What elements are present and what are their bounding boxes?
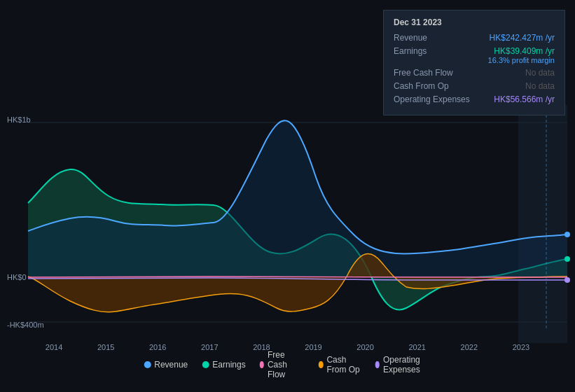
tooltip-cashop-value: No data bbox=[525, 81, 555, 91]
legend-earnings: Earnings bbox=[202, 360, 245, 370]
legend-dot-revenue bbox=[144, 361, 151, 368]
tooltip-opex-label: Operating Expenses bbox=[394, 94, 485, 104]
legend-label-opex: Operating Expenses bbox=[383, 355, 431, 374]
legend-cashop: Cash From Op bbox=[319, 355, 361, 374]
legend-dot-earnings bbox=[202, 361, 209, 368]
tooltip-earnings-row: Earnings HK$39.409m /yr 16.3% profit mar… bbox=[394, 46, 555, 64]
x-label-2015: 2015 bbox=[97, 343, 114, 351]
tooltip-opex-value: HK$56.566m /yr bbox=[494, 94, 555, 104]
tooltip-cashop-label: Cash From Op bbox=[394, 81, 485, 91]
revenue-end-dot bbox=[564, 232, 570, 237]
legend-label-earnings: Earnings bbox=[212, 360, 245, 370]
tooltip-earnings-label: Earnings bbox=[394, 46, 485, 56]
tooltip-earnings-value: HK$39.409m /yr bbox=[494, 46, 555, 56]
data-tooltip: Dec 31 2023 Revenue HK$242.427m /yr Earn… bbox=[383, 10, 565, 115]
x-label-2022: 2022 bbox=[461, 343, 478, 351]
svg-rect-4 bbox=[518, 105, 567, 343]
tooltip-profit-margin: 16.3% profit margin bbox=[488, 56, 555, 64]
tooltip-date: Dec 31 2023 bbox=[394, 18, 555, 27]
y-label-mid: HK$0 bbox=[7, 273, 27, 281]
legend-dot-cashop bbox=[319, 361, 323, 368]
tooltip-opex-row: Operating Expenses HK$56.566m /yr bbox=[394, 94, 555, 104]
x-label-2014: 2014 bbox=[46, 343, 62, 351]
tooltip-revenue-label: Revenue bbox=[394, 33, 485, 43]
legend-fcf: Free Cash Flow bbox=[260, 350, 305, 379]
legend-label-revenue: Revenue bbox=[154, 360, 188, 370]
legend-label-cashop: Cash From Op bbox=[326, 355, 361, 374]
legend-revenue: Revenue bbox=[144, 360, 188, 370]
tooltip-cashop-row: Cash From Op No data bbox=[394, 81, 555, 91]
y-label-bot: -HK$400m bbox=[7, 321, 44, 329]
legend-dot-fcf bbox=[260, 361, 264, 368]
chart-legend: Revenue Earnings Free Cash Flow Cash Fro… bbox=[144, 350, 431, 379]
legend-opex: Operating Expenses bbox=[375, 355, 431, 374]
legend-label-fcf: Free Cash Flow bbox=[268, 350, 305, 379]
tooltip-revenue-row: Revenue HK$242.427m /yr bbox=[394, 33, 555, 43]
legend-dot-opex bbox=[375, 361, 380, 368]
earnings-end-dot bbox=[564, 256, 570, 262]
tooltip-fcf-label: Free Cash Flow bbox=[394, 68, 485, 78]
y-label-top: HK$1b bbox=[7, 115, 31, 124]
opex-end-dot bbox=[564, 277, 570, 283]
x-label-2023: 2023 bbox=[513, 343, 529, 351]
tooltip-fcf-value: No data bbox=[525, 68, 555, 78]
tooltip-fcf-row: Free Cash Flow No data bbox=[394, 68, 555, 78]
tooltip-revenue-value: HK$242.427m /yr bbox=[490, 33, 555, 43]
